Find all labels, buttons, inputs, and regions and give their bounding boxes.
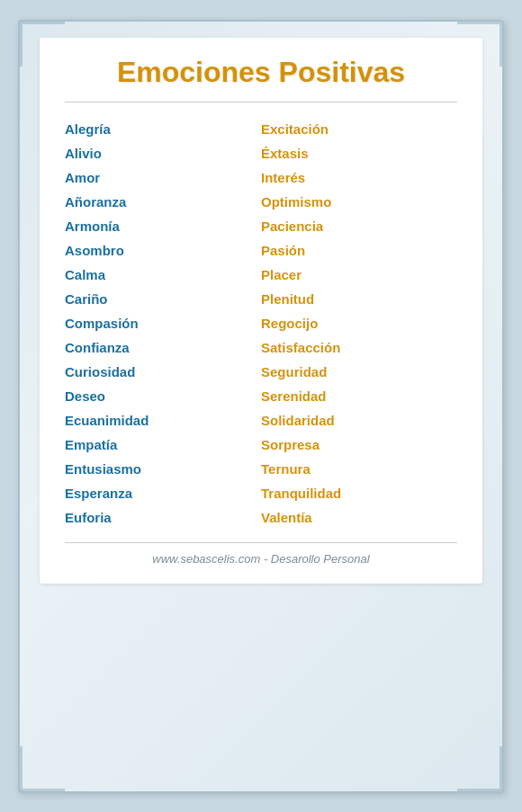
emotion-left-10: Curiosidad [65,360,261,384]
emotion-right-8: Regocijo [261,311,457,335]
emotion-right-14: Ternura [261,457,457,481]
emotion-left-15: Esperanza [65,481,261,505]
corner-decoration-tl [20,22,65,67]
page-title: Emociones Positivas [65,56,457,89]
emotion-left-14: Entusiasmo [65,457,261,481]
emotion-left-7: Cariño [65,287,261,311]
footer-text: www.sebascelis.com - Desarollo Personal [65,552,457,569]
emotion-right-9: Satisfacción [261,335,457,360]
emotion-right-0: Excitación [261,117,457,141]
corner-decoration-bl [20,746,65,791]
emotion-left-4: Armonía [65,214,261,238]
emotion-left-3: Añoranza [65,190,261,214]
corner-decoration-br [457,746,502,791]
emotion-right-5: Pasión [261,238,457,263]
emotion-right-4: Paciencia [261,214,457,238]
emotion-left-6: Calma [65,263,261,287]
emotion-left-2: Amor [65,165,261,190]
emotion-right-10: Seguridad [261,360,457,384]
emotion-right-12: Solidaridad [261,408,457,433]
emotion-right-1: Éxtasis [261,141,457,165]
emotion-right-16: Valentía [261,505,457,530]
emotion-left-0: Alegría [65,117,261,141]
emotion-left-11: Deseo [65,384,261,408]
emotion-left-16: Euforia [65,505,261,530]
emotion-right-13: Sorpresa [261,433,457,457]
emotion-right-7: Plenitud [261,287,457,311]
emotion-right-6: Placer [261,263,457,287]
emotion-right-15: Tranquilidad [261,481,457,505]
emotion-left-12: Ecuanimidad [65,408,261,433]
bottom-divider [65,542,457,543]
page-background: Emociones Positivas AlegríaExcitaciónAli… [18,20,504,793]
emotion-left-13: Empatía [65,433,261,457]
top-divider [65,102,457,103]
emotion-left-9: Confianza [65,335,261,360]
emotion-right-2: Interés [261,165,457,190]
emotion-left-5: Asombro [65,238,261,263]
emotions-grid: AlegríaExcitaciónAlivioÉxtasisAmorInteré… [65,117,457,530]
emotion-left-8: Compasión [65,311,261,335]
emotion-right-3: Optimismo [261,190,457,214]
corner-decoration-tr [457,22,502,67]
emotion-left-1: Alivio [65,141,261,165]
emotion-right-11: Serenidad [261,384,457,408]
inner-card: Emociones Positivas AlegríaExcitaciónAli… [40,38,482,584]
